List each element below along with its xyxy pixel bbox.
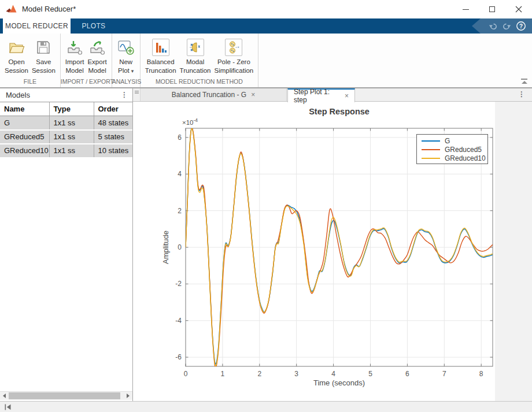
export-model-label-1: Export [87, 58, 106, 66]
horizontal-scrollbar[interactable] [0, 391, 132, 400]
close-icon [515, 6, 522, 13]
table-row[interactable]: GReduced5 1x1 ss 5 states [0, 130, 132, 144]
group-analysis: New Plot▾ ANALYSIS [112, 34, 141, 87]
model-type: 1x1 ss [49, 144, 94, 158]
legend-line-sample [422, 158, 440, 159]
models-panel-header: Models ⋮ [0, 88, 132, 101]
chart-title: Step Response [186, 107, 493, 116]
scrollbar-thumb[interactable] [9, 392, 120, 399]
model-order: 10 states [94, 144, 132, 158]
models-panel: Models ⋮ Name Type Order G 1x1 ss 48 sta… [0, 88, 133, 401]
x-tick-label: 1 [221, 370, 225, 378]
import-model-button[interactable]: Import Model [64, 37, 86, 75]
tab-bar-menu-icon[interactable]: ⋮ [518, 90, 525, 98]
scroll-left-button[interactable] [0, 392, 9, 400]
y-tick-label: 0 [178, 243, 182, 251]
group-label-file: FILE [0, 78, 60, 85]
model-order: 5 states [94, 130, 132, 144]
import-icon [66, 40, 83, 55]
minimize-icon [463, 9, 469, 10]
model-name: G [0, 116, 49, 130]
close-tab-icon[interactable]: × [345, 92, 349, 100]
svg-text:?: ? [519, 23, 523, 29]
x-tick-label: 4 [331, 370, 335, 378]
open-session-label-1: Open [8, 58, 24, 66]
collapse-toolstrip-icon [521, 79, 527, 80]
quick-access-bar: ? [472, 18, 532, 34]
window-title: Model Reducer* [22, 0, 76, 18]
models-table: Name Type Order G 1x1 ss 48 states GRedu… [0, 102, 132, 158]
import-model-label-2: Model [65, 66, 83, 75]
x-tick-label: 5 [368, 370, 372, 378]
y-tick-label: -6 [175, 353, 182, 361]
pole-zero-label-1: Pole - Zero [217, 58, 250, 66]
new-plot-label-2: Plot [118, 67, 130, 74]
balanced-truncation-label-2: Truncation [145, 66, 176, 75]
new-plot-label-1: New [119, 58, 132, 66]
tab-balanced-truncation[interactable]: Balanced Truncation - G × [141, 88, 287, 101]
step-response-figure: 012345678-6-4-20246 Step Response ×10-4 … [133, 102, 495, 401]
y-tick-label: 6 [178, 133, 182, 142]
tab-model-reducer[interactable]: MODEL REDUCER [3, 18, 71, 34]
group-label-model-reduction: MODEL REDUCTION METHOD [141, 78, 258, 85]
tab-step-plot[interactable]: Step Plot 1: step × [287, 88, 355, 102]
group-label-analysis: ANALYSIS [112, 78, 140, 85]
help-icon[interactable]: ? [516, 21, 526, 31]
document-tab-bar: Balanced Truncation - G × Step Plot 1: s… [133, 88, 532, 102]
x-axis-label: Time (seconds) [186, 378, 493, 387]
models-panel-menu-icon[interactable]: ⋮ [121, 91, 128, 99]
tab-bar-grip[interactable] [133, 88, 141, 101]
close-button[interactable] [505, 0, 532, 18]
undo-icon[interactable] [488, 21, 498, 31]
model-name: GReduced10 [0, 144, 49, 158]
open-session-label-2: Session [5, 66, 28, 75]
y-axis-multiplier: ×10-4 [182, 117, 198, 126]
balanced-truncation-label-1: Balanced [147, 58, 175, 66]
x-tick-label: 2 [257, 370, 261, 378]
x-tick-label: 0 [184, 370, 188, 378]
balanced-truncation-button[interactable]: Balanced Truncation [143, 37, 178, 75]
y-tick-label: 2 [178, 207, 182, 215]
minimize-button[interactable] [452, 0, 479, 18]
maximize-button[interactable] [479, 0, 505, 18]
export-model-label-2: Model [88, 66, 106, 75]
balanced-truncation-icon [152, 39, 169, 56]
toolstrip: Open Session Save Session FILE [0, 34, 532, 88]
y-axis-label: Amplitude [161, 213, 171, 282]
models-panel-title: Models [6, 91, 121, 99]
group-file: Open Session Save Session FILE [0, 34, 61, 87]
legend-entry: G [417, 136, 487, 145]
tab-step-plot-label: Step Plot 1: step [294, 88, 340, 104]
group-label-import-export: IMPORT / EXPORT [61, 78, 112, 85]
new-plot-icon [117, 39, 135, 56]
models-table-header-row: Name Type Order [0, 102, 132, 116]
open-session-button[interactable]: Open Session [3, 37, 30, 75]
table-row[interactable]: G 1x1 ss 48 states [0, 116, 132, 130]
tab-plots[interactable]: PLOTS [71, 18, 117, 34]
new-plot-button[interactable]: New Plot▾ [115, 37, 137, 76]
column-header-order[interactable]: Order [94, 102, 132, 116]
redo-icon[interactable] [502, 21, 512, 31]
close-tab-icon[interactable]: × [251, 91, 255, 99]
table-row[interactable]: GReduced10 1x1 ss 10 states [0, 144, 132, 158]
chart-legend[interactable]: G GReduced5 GReduced10 [416, 134, 488, 164]
scroll-right-button[interactable] [124, 392, 132, 400]
modal-truncation-label-2: Truncation [180, 66, 211, 75]
tab-balanced-truncation-label: Balanced Truncation - G [172, 91, 246, 99]
group-model-reduction: Balanced Truncation Modal Truncation [141, 34, 259, 87]
save-session-button[interactable]: Save Session [30, 37, 57, 75]
legend-line-sample [422, 149, 440, 150]
collapse-toolstrip-button[interactable] [520, 79, 528, 84]
save-icon [36, 40, 51, 55]
column-header-name[interactable]: Name [0, 102, 49, 116]
legend-label: G [445, 137, 450, 145]
column-header-type[interactable]: Type [49, 102, 94, 116]
pole-zero-simplification-button[interactable]: Pole - Zero Simplification [213, 37, 256, 75]
x-tick-label: 6 [405, 370, 409, 378]
collapse-panel-icon[interactable] [5, 404, 12, 410]
collapse-toolstrip-arrow [522, 81, 527, 84]
modal-truncation-button[interactable]: Modal Truncation [178, 37, 213, 75]
main-area: Models ⋮ Name Type Order G 1x1 ss 48 sta… [0, 88, 532, 401]
export-model-button[interactable]: Export Model [86, 37, 108, 75]
title-bar: Model Reducer* [0, 0, 532, 18]
